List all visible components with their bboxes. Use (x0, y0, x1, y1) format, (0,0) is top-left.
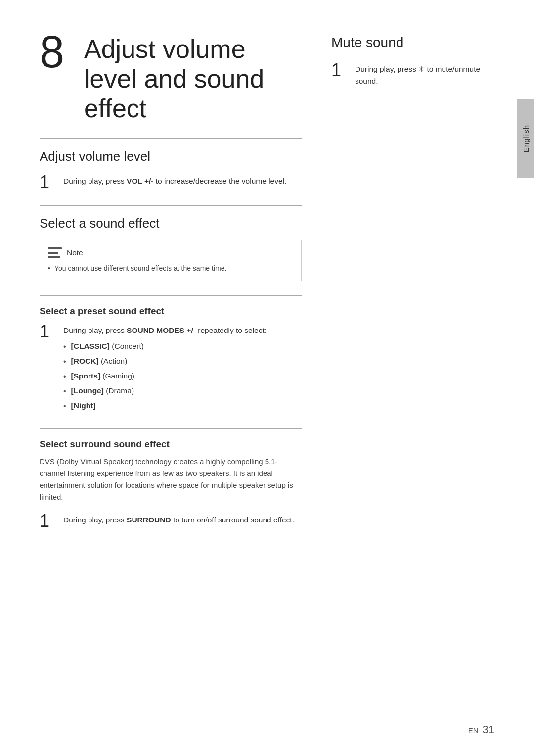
footer-page-number: 31 (483, 723, 494, 736)
page-container: English 8 Adjust volume level and sound … (0, 0, 534, 756)
bullet-dot: • (63, 356, 66, 368)
bullet-dot: • (63, 371, 66, 383)
right-column: Mute sound 1 During play, press ✳ to mut… (331, 30, 494, 537)
night-bold: [Night] (71, 401, 96, 410)
note-icon (48, 247, 62, 258)
surround-sound-heading: Select surround sound effect (40, 439, 302, 450)
chapter-heading: 8 Adjust volume level and sound effect (40, 30, 302, 123)
surround-step-number: 1 (40, 512, 54, 530)
divider-4 (40, 428, 302, 429)
note-content: • You cannot use different sound effects… (48, 263, 293, 274)
surround-bold: SURROUND (127, 516, 171, 524)
adjust-volume-step-number: 1 (40, 173, 54, 191)
sidebar-tab: English (517, 99, 534, 178)
bullet-text: [ROCK] (Action) (71, 355, 128, 368)
mute-section: Mute sound 1 During play, press ✳ to mut… (331, 35, 494, 87)
bullet-text: [Sports] (Gaming) (71, 370, 134, 383)
surround-step: 1 During play, press SURROUND to turn on… (40, 512, 302, 530)
list-item: • [CLASSIC] (Concert) (63, 340, 267, 353)
bullet-text: [Lounge] (Drama) (71, 385, 134, 398)
note-header: Note (48, 247, 293, 258)
classic-bold: [CLASSIC] (71, 342, 110, 350)
preset-step-content: During play, press SOUND MODES +/- repea… (63, 323, 267, 414)
note-icon-line-2 (48, 252, 58, 254)
divider-3 (40, 295, 302, 296)
surround-step-content: During play, press SURROUND to turn on/o… (63, 512, 294, 530)
two-column-layout: 8 Adjust volume level and sound effect A… (40, 30, 494, 537)
note-text: You cannot use different sound effects a… (54, 263, 226, 274)
note-bullet-dot: • (48, 263, 50, 274)
dvs-paragraph: DVS (Dolby Virtual Speaker) technology c… (40, 456, 302, 503)
mute-step-content: During play, press ✳ to mute/unmute soun… (355, 61, 494, 87)
divider-2 (40, 205, 302, 206)
sound-modes-bold: SOUND MODES +/- (127, 326, 196, 334)
select-sound-heading: Select a sound effect (40, 216, 302, 231)
mute-step-number: 1 (331, 61, 346, 87)
mute-step: 1 During play, press ✳ to mute/unmute so… (331, 61, 494, 87)
adjust-volume-step: 1 During play, press VOL +/- to increase… (40, 173, 302, 191)
chapter-number: 8 (40, 30, 74, 74)
preset-sound-step: 1 During play, press SOUND MODES +/- rep… (40, 323, 302, 414)
footer-lang: EN (468, 726, 479, 735)
bullet-dot: • (63, 385, 66, 398)
left-column: 8 Adjust volume level and sound effect A… (40, 30, 302, 537)
list-item: • [ROCK] (Action) (63, 355, 267, 368)
bullet-text: [Night] (71, 400, 96, 413)
preset-sound-heading: Select a preset sound effect (40, 306, 302, 317)
divider-1 (40, 138, 302, 139)
note-icon-line-1 (48, 247, 62, 249)
page-footer: EN 31 (468, 723, 494, 736)
list-item: • [Lounge] (Drama) (63, 385, 267, 398)
chapter-title: Adjust volume level and sound effect (84, 30, 302, 123)
vol-bold: VOL +/- (127, 177, 153, 185)
note-label: Note (67, 248, 83, 257)
bullet-text: [CLASSIC] (Concert) (71, 340, 144, 353)
note-box: Note • You cannot use different sound ef… (40, 240, 302, 281)
bullet-dot: • (63, 400, 66, 413)
list-item: • [Sports] (Gaming) (63, 370, 267, 383)
adjust-volume-heading: Adjust volume level (40, 149, 302, 164)
sports-bold: [Sports] (71, 372, 100, 380)
note-icon-line-3 (48, 256, 60, 258)
lounge-bold: [Lounge] (71, 386, 104, 395)
mute-heading: Mute sound (331, 35, 494, 50)
list-item: • [Night] (63, 400, 267, 413)
mute-icon: ✳ (418, 65, 425, 73)
adjust-volume-step-content: During play, press VOL +/- to increase/d… (63, 173, 286, 191)
note-bullet: • You cannot use different sound effects… (48, 263, 293, 274)
preset-step-number: 1 (40, 323, 54, 414)
rock-bold: [ROCK] (71, 357, 99, 365)
bullet-dot: • (63, 341, 66, 353)
preset-bullet-list: • [CLASSIC] (Concert) • [ROCK] (Action) … (63, 340, 267, 412)
sidebar-label: English (522, 125, 530, 152)
